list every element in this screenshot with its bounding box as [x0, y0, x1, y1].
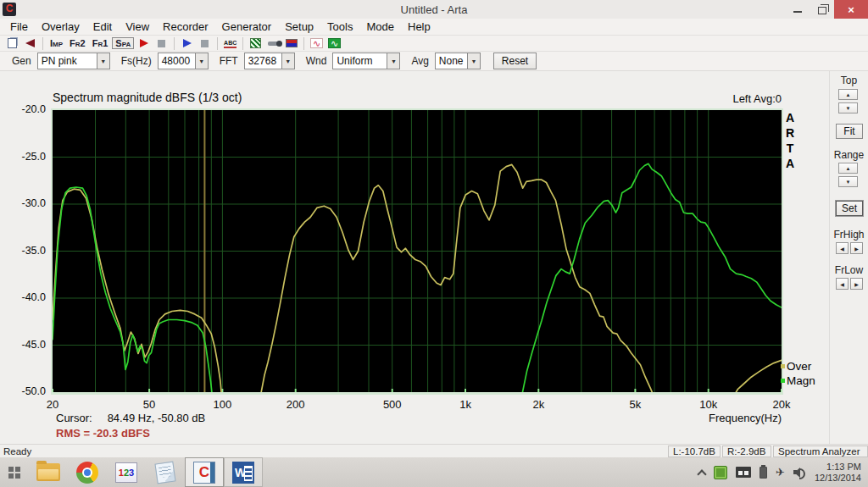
mode-spa-button-label: Spa — [112, 37, 134, 49]
battery-icon[interactable] — [760, 467, 767, 479]
set-button[interactable]: Set — [836, 201, 863, 216]
spectrum-plot[interactable] — [53, 110, 782, 392]
avg-dropdown[interactable]: None▼ — [435, 53, 481, 69]
volume-icon[interactable] — [793, 467, 806, 478]
menu-tools[interactable]: Tools — [320, 19, 359, 35]
fshz-dropdown[interactable]: 48000▼ — [158, 53, 209, 69]
top-label: Top — [830, 75, 868, 86]
mode-fr1-button-label: Fr1 — [90, 38, 111, 48]
menu-generator[interactable]: Generator — [215, 19, 279, 35]
start-button[interactable] — [0, 457, 29, 487]
mode-spa-button[interactable]: Spa — [112, 36, 134, 51]
tray-display-icon[interactable] — [736, 467, 751, 478]
fft-dropdown[interactable]: 32768▼ — [244, 53, 295, 69]
chevron-down-icon[interactable]: ▼ — [467, 53, 480, 69]
taskbar-arta[interactable]: C — [185, 457, 224, 487]
watermark-letter: T — [785, 141, 795, 156]
cursor-prefix: Cursor: — [56, 412, 92, 424]
taskbar-chrome[interactable] — [68, 457, 107, 487]
new-file-button[interactable] — [4, 36, 20, 51]
taskbar-notepad[interactable] — [146, 457, 185, 487]
taskbar-word-icon: W — [232, 462, 254, 484]
menu-help[interactable]: Help — [401, 19, 437, 35]
channel-average-label: Left Avg:0 — [53, 92, 782, 105]
taskbar-explorer[interactable] — [29, 457, 68, 487]
menu-view[interactable]: View — [119, 19, 156, 35]
record-start-button[interactable] — [136, 36, 152, 51]
settings-bar: GenPN pink▼Fs(Hz)48000▼FFT32768▼WndUnifo… — [0, 51, 868, 71]
menu-edit[interactable]: Edit — [86, 19, 119, 35]
play-stop-button[interactable] — [197, 36, 213, 51]
workspace: Spectrum magnitude dBFS (1/3 oct) Left A… — [0, 71, 868, 444]
gen-dropdown[interactable]: PN pink▼ — [37, 53, 110, 69]
mode-fr1-button[interactable]: Fr1 — [90, 36, 111, 51]
taskbar-app-123[interactable]: 123 — [107, 457, 146, 487]
cursor-readout-button[interactable]: ABC — [222, 36, 238, 51]
mode-imp-button[interactable]: Imp — [47, 36, 65, 51]
x-axis-title: Frequency(Hz) — [646, 412, 782, 424]
legend-item-over: Over — [781, 359, 815, 374]
tray-app-icon[interactable] — [714, 466, 727, 479]
window-title: Untitled - Arta — [0, 3, 868, 16]
chevron-down-icon[interactable]: ▼ — [281, 53, 294, 69]
system-tray: ✈ 1:13 PM 12/13/2014 — [698, 462, 868, 484]
frlow-left-button[interactable]: ◀ — [836, 278, 849, 290]
taskbar: 123CW ✈ 1:13 PM 12/13/2014 — [0, 457, 868, 487]
level-meter-button[interactable] — [283, 36, 299, 51]
watermark-letter: A — [785, 110, 795, 125]
setting-label-gen: Gen — [12, 55, 31, 67]
watermark-letter: R — [785, 125, 795, 141]
menu-mode[interactable]: Mode — [359, 19, 401, 35]
watermark-letter: A — [785, 156, 795, 171]
y-tick-label: -20.0 — [0, 103, 46, 115]
status-cell: Spectrum Analyzer — [773, 445, 868, 457]
frhigh-label: FrHigh — [830, 229, 868, 241]
chevron-down-icon[interactable]: ▼ — [195, 53, 208, 69]
setting-label-wnd: Wnd — [306, 55, 327, 67]
toolbar-separator — [174, 37, 175, 50]
frlow-label: FrLow — [830, 264, 868, 276]
mode-fr2-button-label: Fr2 — [67, 38, 88, 48]
range-up-button[interactable]: ▲ — [838, 163, 858, 174]
setting-label-fft: FFT — [220, 55, 238, 67]
signal-analyzer-button[interactable]: ∿ — [326, 36, 342, 51]
clock-time: 1:13 PM — [815, 462, 861, 473]
taskbar-word[interactable]: W — [224, 457, 263, 487]
frhigh-left-button[interactable]: ◀ — [836, 242, 849, 254]
menu-recorder[interactable]: Recorder — [156, 19, 214, 35]
microphone-button[interactable] — [265, 36, 281, 51]
x-tick-label: 10k — [683, 398, 734, 411]
toolbar-separator — [217, 37, 218, 50]
mode-fr2-button[interactable]: Fr2 — [67, 36, 88, 51]
arta-window: C Untitled - Arta × FileOverlayEditViewR… — [0, 0, 868, 487]
airplane-mode-icon[interactable]: ✈ — [776, 466, 785, 479]
menu-setup[interactable]: Setup — [278, 19, 320, 35]
fit-button[interactable]: Fit — [836, 124, 863, 139]
scaling-button[interactable] — [248, 36, 264, 51]
play-start-button[interactable] — [179, 36, 195, 51]
tray-expand-icon[interactable] — [697, 469, 706, 479]
legend-item-magn: Magn — [781, 374, 815, 388]
signal-generator-button[interactable]: ∿ — [309, 36, 325, 51]
wnd-dropdown[interactable]: Uniform▼ — [332, 53, 400, 69]
range-spinner: ▲ ▼ — [838, 163, 858, 187]
taskbar-notepad-icon — [154, 461, 175, 484]
chevron-down-icon[interactable]: ▼ — [387, 53, 399, 69]
reset-button[interactable]: Reset — [493, 53, 537, 69]
taskbar-chrome-icon — [76, 462, 98, 484]
setting-label-fshz: Fs(Hz) — [121, 55, 152, 67]
frlow-spinner: ◀ ▶ — [836, 278, 863, 290]
legend-label: Over — [787, 360, 811, 373]
top-down-button[interactable]: ▼ — [838, 102, 858, 113]
overlay-flag-button[interactable] — [22, 36, 38, 51]
menu-file[interactable]: File — [3, 19, 35, 35]
status-bar: Ready L:-10.7dBR:-2.9dBSpectrum Analyzer — [0, 444, 868, 457]
range-down-button[interactable]: ▼ — [838, 176, 858, 187]
record-stop-button[interactable] — [153, 36, 170, 51]
top-up-button[interactable]: ▲ — [838, 89, 858, 100]
frlow-right-button[interactable]: ▶ — [850, 278, 863, 290]
taskbar-clock[interactable]: 1:13 PM 12/13/2014 — [815, 462, 861, 484]
frhigh-right-button[interactable]: ▶ — [850, 242, 863, 254]
chevron-down-icon[interactable]: ▼ — [97, 53, 109, 69]
menu-overlay[interactable]: Overlay — [35, 19, 86, 35]
